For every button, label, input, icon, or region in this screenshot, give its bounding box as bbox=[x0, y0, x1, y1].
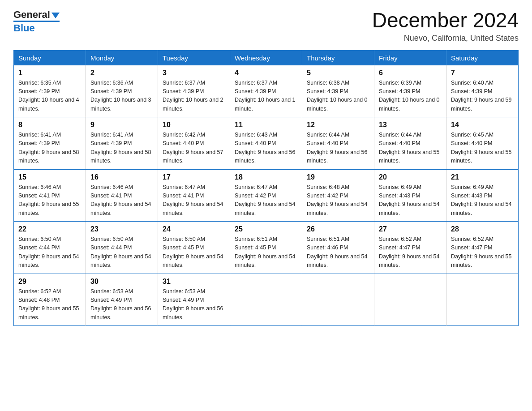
title-area: December 2024 Nuevo, California, United … bbox=[372, 9, 519, 43]
calendar-cell: 21Sunrise: 6:49 AMSunset: 4:43 PMDayligh… bbox=[446, 169, 519, 222]
day-info: Sunrise: 6:49 AMSunset: 4:43 PMDaylight:… bbox=[379, 183, 442, 218]
day-number: 21 bbox=[451, 173, 514, 181]
day-number: 11 bbox=[235, 121, 297, 129]
calendar-cell: 24Sunrise: 6:50 AMSunset: 4:45 PMDayligh… bbox=[158, 222, 230, 274]
day-info: Sunrise: 6:38 AMSunset: 4:39 PMDaylight:… bbox=[307, 79, 369, 114]
calendar-cell: 1Sunrise: 6:35 AMSunset: 4:39 PMDaylight… bbox=[14, 65, 86, 117]
day-info: Sunrise: 6:52 AMSunset: 4:48 PMDaylight:… bbox=[18, 287, 81, 322]
page-header: General Blue December 2024 Nuevo, Califo… bbox=[13, 9, 519, 43]
day-info: Sunrise: 6:53 AMSunset: 4:49 PMDaylight:… bbox=[90, 287, 153, 322]
logo-general-text: General bbox=[13, 9, 50, 21]
day-info: Sunrise: 6:50 AMSunset: 4:45 PMDaylight:… bbox=[163, 235, 225, 270]
day-number: 2 bbox=[90, 69, 153, 77]
day-number: 4 bbox=[235, 69, 297, 77]
day-info: Sunrise: 6:52 AMSunset: 4:47 PMDaylight:… bbox=[379, 235, 442, 270]
day-number: 1 bbox=[18, 69, 81, 77]
day-number: 29 bbox=[18, 278, 81, 286]
day-of-week-header: Sunday bbox=[14, 50, 86, 65]
calendar-cell: 18Sunrise: 6:47 AMSunset: 4:42 PMDayligh… bbox=[230, 169, 302, 222]
calendar-cell: 13Sunrise: 6:44 AMSunset: 4:40 PMDayligh… bbox=[374, 117, 446, 170]
day-number: 19 bbox=[307, 173, 369, 181]
day-number: 28 bbox=[451, 225, 514, 233]
day-number: 24 bbox=[163, 225, 225, 233]
calendar-cell: 19Sunrise: 6:48 AMSunset: 4:42 PMDayligh… bbox=[302, 169, 374, 222]
day-of-week-header: Friday bbox=[374, 50, 446, 65]
calendar-cell: 9Sunrise: 6:41 AMSunset: 4:39 PMDaylight… bbox=[86, 117, 158, 170]
calendar-cell: 25Sunrise: 6:51 AMSunset: 4:45 PMDayligh… bbox=[230, 222, 302, 274]
calendar-cell: 15Sunrise: 6:46 AMSunset: 4:41 PMDayligh… bbox=[14, 169, 86, 222]
day-number: 26 bbox=[307, 225, 369, 233]
day-of-week-header: Monday bbox=[86, 50, 158, 65]
calendar-cell: 12Sunrise: 6:44 AMSunset: 4:40 PMDayligh… bbox=[302, 117, 374, 170]
day-info: Sunrise: 6:46 AMSunset: 4:41 PMDaylight:… bbox=[18, 183, 81, 218]
calendar-cell: 23Sunrise: 6:50 AMSunset: 4:44 PMDayligh… bbox=[86, 222, 158, 274]
day-number: 22 bbox=[18, 225, 81, 233]
day-info: Sunrise: 6:46 AMSunset: 4:41 PMDaylight:… bbox=[90, 183, 153, 218]
calendar-cell: 17Sunrise: 6:47 AMSunset: 4:41 PMDayligh… bbox=[158, 169, 230, 222]
day-number: 13 bbox=[379, 121, 442, 129]
day-number: 3 bbox=[163, 69, 225, 77]
calendar-cell: 10Sunrise: 6:42 AMSunset: 4:40 PMDayligh… bbox=[158, 117, 230, 170]
day-info: Sunrise: 6:47 AMSunset: 4:41 PMDaylight:… bbox=[163, 183, 225, 218]
day-info: Sunrise: 6:40 AMSunset: 4:39 PMDaylight:… bbox=[451, 79, 514, 114]
day-info: Sunrise: 6:43 AMSunset: 4:40 PMDaylight:… bbox=[235, 131, 297, 166]
calendar-week-row: 29Sunrise: 6:52 AMSunset: 4:48 PMDayligh… bbox=[14, 274, 519, 326]
month-title: December 2024 bbox=[372, 9, 519, 32]
day-number: 7 bbox=[451, 69, 514, 77]
day-number: 16 bbox=[90, 173, 153, 181]
calendar-cell bbox=[446, 274, 519, 326]
logo-bottom: Blue bbox=[13, 21, 60, 34]
day-info: Sunrise: 6:35 AMSunset: 4:39 PMDaylight:… bbox=[18, 79, 81, 114]
day-info: Sunrise: 6:51 AMSunset: 4:45 PMDaylight:… bbox=[235, 235, 297, 270]
calendar-cell: 14Sunrise: 6:45 AMSunset: 4:40 PMDayligh… bbox=[446, 117, 519, 170]
day-number: 12 bbox=[307, 121, 369, 129]
day-number: 23 bbox=[90, 225, 153, 233]
day-info: Sunrise: 6:47 AMSunset: 4:42 PMDaylight:… bbox=[235, 183, 297, 218]
day-info: Sunrise: 6:37 AMSunset: 4:39 PMDaylight:… bbox=[235, 79, 297, 114]
day-info: Sunrise: 6:41 AMSunset: 4:39 PMDaylight:… bbox=[18, 131, 81, 166]
logo: General Blue bbox=[13, 9, 60, 34]
calendar-cell: 16Sunrise: 6:46 AMSunset: 4:41 PMDayligh… bbox=[86, 169, 158, 222]
day-info: Sunrise: 6:51 AMSunset: 4:46 PMDaylight:… bbox=[307, 235, 369, 270]
day-info: Sunrise: 6:39 AMSunset: 4:39 PMDaylight:… bbox=[379, 79, 442, 114]
calendar-cell: 5Sunrise: 6:38 AMSunset: 4:39 PMDaylight… bbox=[302, 65, 374, 117]
day-info: Sunrise: 6:42 AMSunset: 4:40 PMDaylight:… bbox=[163, 131, 225, 166]
calendar-week-row: 1Sunrise: 6:35 AMSunset: 4:39 PMDaylight… bbox=[14, 65, 519, 117]
location-text: Nuevo, California, United States bbox=[372, 34, 519, 43]
day-info: Sunrise: 6:44 AMSunset: 4:40 PMDaylight:… bbox=[307, 131, 369, 166]
calendar-cell: 20Sunrise: 6:49 AMSunset: 4:43 PMDayligh… bbox=[374, 169, 446, 222]
calendar-cell: 6Sunrise: 6:39 AMSunset: 4:39 PMDaylight… bbox=[374, 65, 446, 117]
day-number: 17 bbox=[163, 173, 225, 181]
calendar-cell: 30Sunrise: 6:53 AMSunset: 4:49 PMDayligh… bbox=[86, 274, 158, 326]
day-number: 31 bbox=[163, 278, 225, 286]
day-number: 15 bbox=[18, 173, 81, 181]
calendar-cell: 26Sunrise: 6:51 AMSunset: 4:46 PMDayligh… bbox=[302, 222, 374, 274]
calendar-cell: 3Sunrise: 6:37 AMSunset: 4:39 PMDaylight… bbox=[158, 65, 230, 117]
day-of-week-header: Wednesday bbox=[230, 50, 302, 65]
calendar-cell: 27Sunrise: 6:52 AMSunset: 4:47 PMDayligh… bbox=[374, 222, 446, 274]
day-number: 27 bbox=[379, 225, 442, 233]
day-info: Sunrise: 6:50 AMSunset: 4:44 PMDaylight:… bbox=[18, 235, 81, 270]
day-number: 8 bbox=[18, 121, 81, 129]
day-info: Sunrise: 6:44 AMSunset: 4:40 PMDaylight:… bbox=[379, 131, 442, 166]
calendar-cell bbox=[302, 274, 374, 326]
day-number: 6 bbox=[379, 69, 442, 77]
day-info: Sunrise: 6:53 AMSunset: 4:49 PMDaylight:… bbox=[163, 287, 225, 322]
day-info: Sunrise: 6:37 AMSunset: 4:39 PMDaylight:… bbox=[163, 79, 225, 114]
calendar-table: SundayMondayTuesdayWednesdayThursdayFrid… bbox=[13, 50, 519, 326]
calendar-cell bbox=[374, 274, 446, 326]
day-number: 25 bbox=[235, 225, 297, 233]
calendar-cell: 4Sunrise: 6:37 AMSunset: 4:39 PMDaylight… bbox=[230, 65, 302, 117]
logo-arrow-icon bbox=[51, 13, 60, 18]
calendar-cell: 2Sunrise: 6:36 AMSunset: 4:39 PMDaylight… bbox=[86, 65, 158, 117]
day-number: 18 bbox=[235, 173, 297, 181]
calendar-cell: 28Sunrise: 6:52 AMSunset: 4:47 PMDayligh… bbox=[446, 222, 519, 274]
day-number: 14 bbox=[451, 121, 514, 129]
day-number: 30 bbox=[90, 278, 153, 286]
calendar-week-row: 15Sunrise: 6:46 AMSunset: 4:41 PMDayligh… bbox=[14, 169, 519, 222]
calendar-cell: 29Sunrise: 6:52 AMSunset: 4:48 PMDayligh… bbox=[14, 274, 86, 326]
calendar-cell: 11Sunrise: 6:43 AMSunset: 4:40 PMDayligh… bbox=[230, 117, 302, 170]
day-info: Sunrise: 6:49 AMSunset: 4:43 PMDaylight:… bbox=[451, 183, 514, 218]
day-info: Sunrise: 6:36 AMSunset: 4:39 PMDaylight:… bbox=[90, 79, 153, 114]
calendar-cell: 31Sunrise: 6:53 AMSunset: 4:49 PMDayligh… bbox=[158, 274, 230, 326]
